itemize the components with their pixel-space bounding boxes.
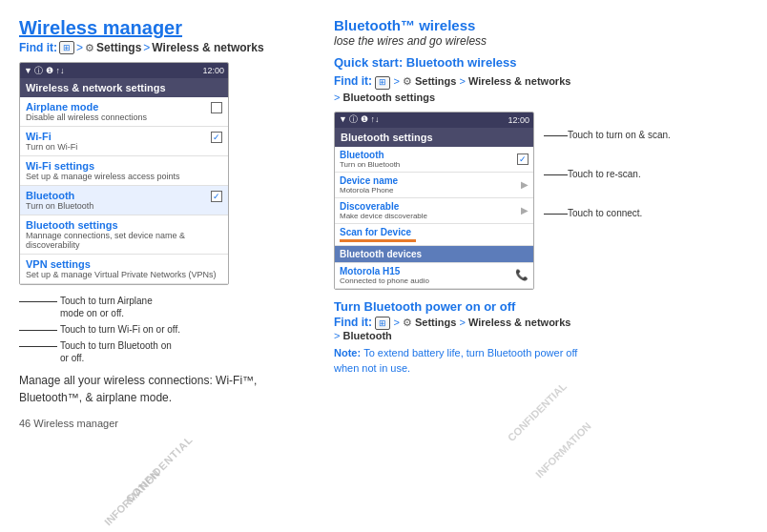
list-item: Wi-Fi settings Set up & manage wireless …	[20, 156, 228, 186]
left-time: 12:00	[202, 66, 224, 75]
page-title: Wireless manager	[19, 17, 305, 39]
arrow6: >	[393, 317, 402, 328]
item-title: Airplane mode	[26, 101, 147, 113]
annotation-1: Touch to turn Airplanemode on or off.	[19, 295, 305, 319]
annotation-text-2: Touch to turn Wi-Fi on or off.	[60, 323, 180, 336]
gear-icon2: ⚙	[403, 73, 412, 90]
settings-label: Settings	[96, 41, 141, 54]
left-description: Manage all your wireless connections: Wi…	[19, 372, 305, 406]
item-subtitle: Disable all wireless connections	[26, 113, 147, 122]
item-title: Wi-Fi settings	[26, 160, 180, 172]
right-phone-header-text: Bluetooth settings	[341, 132, 433, 143]
rphone-list-item: Scan for Device	[335, 224, 533, 246]
arrow7: >	[459, 317, 467, 328]
phone-audio-icon: 📞	[515, 269, 529, 281]
item-title: Wi-Fi	[26, 131, 77, 142]
find-it-label: Find it:	[19, 41, 57, 54]
r-annotation-text-2: Touch to re-scan.	[568, 168, 641, 180]
right-status-icons: ▼ ⓘ ❶ ↑↓	[339, 113, 379, 126]
checkbox-icon[interactable]	[211, 132, 222, 143]
rphone-item-subtitle: Turn on Bluetooth	[340, 160, 400, 169]
right-phone-header: Bluetooth settings	[335, 128, 533, 147]
right-time: 12:00	[508, 115, 529, 125]
item-subtitle: Turn on Bluetooth	[26, 201, 93, 211]
rphone-item-subtitle: Make device discoverable	[340, 212, 427, 220]
left-status-icons: ▼ ⓘ ❶ ↑↓	[24, 65, 64, 77]
right-annotations: Touch to turn on & scan. Touch to re-sca…	[544, 112, 671, 290]
item-subtitle: Mannage connections, set device name & d…	[26, 231, 222, 250]
left-phone-header-text: Wireless & network settings	[26, 82, 166, 93]
rphone-item-subtitle: Motorola Phone	[340, 186, 398, 194]
r-annotation-text-3: Touch to connect.	[568, 207, 642, 219]
home-icon: ⊞	[59, 41, 74, 54]
page: Wireless manager Find it: ⊞ > ⚙ Settings…	[0, 0, 767, 532]
checkbox-icon[interactable]	[211, 191, 222, 202]
annotation-text-1: Touch to turn Airplanemode on or off.	[60, 295, 153, 319]
rphone-list-item: Motorola H15 Connected to phone audio 📞	[335, 263, 533, 289]
wireless-networks-label3: Wireless & networks	[468, 317, 571, 328]
left-phone-header: Wireless & network settings	[20, 78, 228, 97]
right-annotation-3: Touch to connect.	[544, 207, 671, 219]
list-item: VPN settings Set up & manage Virtual Pri…	[20, 255, 228, 284]
item-subtitle: Turn on Wi-Fi	[26, 142, 77, 152]
arrow4: >	[459, 75, 467, 87]
list-item: Bluetooth Turn on Bluetooth	[20, 186, 228, 215]
find-it-label3: Find it:	[334, 316, 375, 329]
rphone-item-subtitle: Connected to phone audio	[340, 276, 429, 285]
turn-find-it-line: Find it: ⊞ > ⚙ Settings > Wireless & net…	[334, 316, 748, 341]
settings-label3: Settings	[415, 317, 456, 328]
item-title: Bluetooth settings	[26, 219, 222, 231]
rphone-item-title: Discoverable	[340, 201, 427, 212]
right-status-bar: ▼ ⓘ ❶ ↑↓ 12:00	[335, 113, 533, 128]
annotation-3: Touch to turn Bluetooth onor off.	[19, 339, 305, 364]
home-icon2: ⊞	[375, 76, 390, 90]
right-column: Bluetooth™ wireless lose the wires and g…	[334, 17, 748, 515]
page-number: 46 Wireless manager	[19, 418, 305, 429]
note-label: Note:	[334, 347, 363, 358]
chevron-right-icon2: ▶	[521, 205, 529, 215]
r-dash-1	[544, 135, 568, 136]
turn-bluetooth-title: Turn Bluetooth power on or off	[334, 299, 748, 314]
quick-start-title: Quick start: Bluetooth wireless	[334, 55, 748, 70]
r-annotation-text-1: Touch to turn on & scan.	[568, 129, 671, 141]
list-item: Wi-Fi Turn on Wi-Fi	[20, 127, 228, 156]
left-annotations: Touch to turn Airplanemode on or off. To…	[19, 295, 305, 364]
bluetooth-label: Bluetooth	[342, 330, 391, 341]
annotation-dash	[19, 330, 57, 331]
item-subtitle: Set up & manage wireless access points	[26, 172, 180, 181]
arrow2: >	[143, 41, 150, 54]
rphone-item-title: Scan for Device	[340, 227, 411, 237]
annotation-dash	[19, 346, 57, 347]
rphone-item-title: Motorola H15	[340, 266, 429, 276]
arrow1: >	[76, 41, 83, 54]
annotation-2: Touch to turn Wi-Fi on or off.	[19, 323, 305, 336]
left-status-bar: ▼ ⓘ ❶ ↑↓ 12:00	[20, 63, 228, 78]
item-subtitle: Set up & manage Virtual Private Networks…	[26, 270, 216, 279]
find-it-label2: Find it:	[334, 74, 375, 88]
annotation-dash	[19, 301, 57, 302]
settings-label2: Settings	[415, 75, 456, 87]
left-find-it-line: Find it: ⊞ > ⚙ Settings > Wireless & net…	[19, 41, 305, 54]
left-phone-screen: ▼ ⓘ ❶ ↑↓ 12:00 Wireless & network settin…	[19, 62, 229, 285]
rphone-list-item: Bluetooth Turn on Bluetooth	[335, 147, 533, 173]
item-title: VPN settings	[26, 258, 216, 270]
rphone-list-item: Discoverable Make device discoverable ▶	[335, 198, 533, 224]
scan-progress-bar	[340, 239, 416, 242]
list-item: Bluetooth settings Mannage connections, …	[20, 215, 228, 255]
list-item: Airplane mode Disable all wireless conne…	[20, 97, 228, 127]
rphone-item-title: Bluetooth	[340, 150, 400, 160]
left-column: Wireless manager Find it: ⊞ > ⚙ Settings…	[19, 17, 305, 515]
r-dash-2	[544, 174, 568, 175]
checkbox-icon[interactable]	[211, 102, 222, 113]
item-title: Bluetooth	[26, 190, 93, 201]
r-dash-3	[544, 214, 568, 215]
right-section-subtitle: lose the wires and go wireless	[334, 34, 748, 48]
right-phone-screen: ▼ ⓘ ❶ ↑↓ 12:00 Bluetooth settings Blueto…	[334, 112, 534, 290]
bluetooth-settings-label: Bluetooth settings	[342, 92, 435, 103]
gear-icon: ⚙	[85, 42, 94, 54]
right-annotation-1: Touch to turn on & scan.	[544, 129, 671, 141]
bluetooth-checkbox[interactable]	[517, 153, 529, 165]
wireless-networks-label: Wireless & networks	[152, 41, 263, 54]
home-icon3: ⊞	[375, 317, 390, 330]
annotation-text-3: Touch to turn Bluetooth onor off.	[60, 339, 172, 364]
